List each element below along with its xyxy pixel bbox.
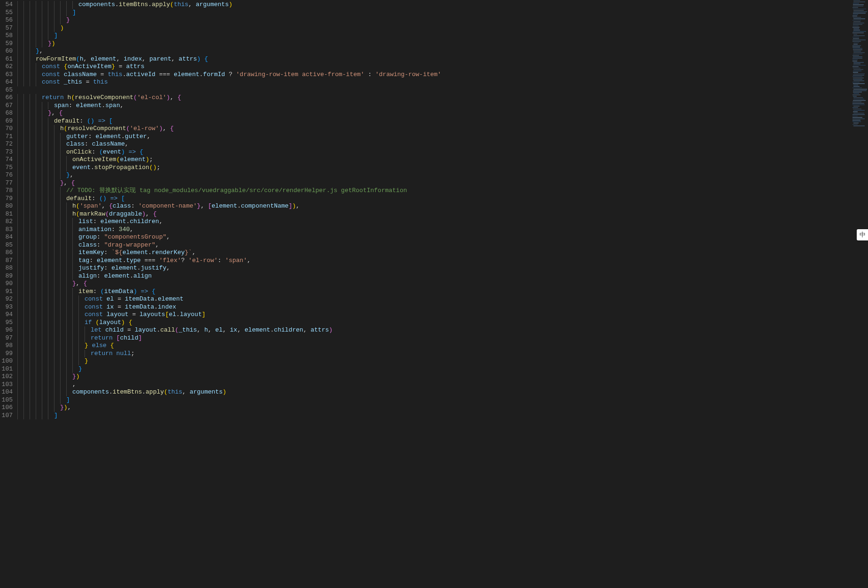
code-line[interactable]: }) bbox=[16, 373, 852, 381]
code-line[interactable]: ] bbox=[16, 9, 852, 17]
code-line[interactable]: } bbox=[16, 357, 852, 365]
code-line[interactable]: let child = layout.call(_this, h, el, ix… bbox=[16, 326, 852, 334]
line-number: 98 bbox=[0, 342, 13, 350]
code-line[interactable]: gutter: element.gutter, bbox=[16, 133, 852, 141]
code-line[interactable]: ] bbox=[16, 412, 852, 420]
line-number: 79 bbox=[0, 195, 13, 203]
line-number: 102 bbox=[0, 373, 13, 381]
line-number: 54 bbox=[0, 1, 13, 9]
code-line[interactable] bbox=[16, 86, 852, 94]
code-line[interactable]: components.itemBtns.apply(this, argument… bbox=[16, 388, 852, 396]
line-number: 60 bbox=[0, 47, 13, 55]
line-number: 106 bbox=[0, 404, 13, 412]
line-number: 74 bbox=[0, 156, 13, 164]
code-line[interactable]: default: () => [ bbox=[16, 117, 852, 125]
code-line[interactable]: justify: element.justify, bbox=[16, 264, 852, 272]
line-number: 55 bbox=[0, 9, 13, 17]
code-line[interactable]: components.itemBtns.apply(this, argument… bbox=[16, 1, 852, 9]
code-line[interactable]: }) bbox=[16, 40, 852, 48]
editor-container: 5455565758596061626364656667686970717273… bbox=[0, 0, 868, 588]
line-number: 94 bbox=[0, 311, 13, 319]
line-number: 103 bbox=[0, 381, 13, 389]
code-line[interactable]: ) bbox=[16, 24, 852, 32]
line-number: 85 bbox=[0, 241, 13, 249]
code-line[interactable]: ] bbox=[16, 396, 852, 404]
line-number-gutter: 5455565758596061626364656667686970717273… bbox=[0, 0, 16, 588]
line-number: 70 bbox=[0, 125, 13, 133]
code-line[interactable]: }), bbox=[16, 404, 852, 412]
line-number: 68 bbox=[0, 109, 13, 117]
code-line[interactable]: rowFormItem(h, element, index, parent, a… bbox=[16, 55, 852, 63]
ime-badge[interactable]: 中 bbox=[857, 229, 868, 240]
line-number: 64 bbox=[0, 78, 13, 86]
code-line[interactable]: const {onActiveItem} = attrs bbox=[16, 63, 852, 71]
line-number: 81 bbox=[0, 210, 13, 218]
code-line[interactable]: event.stopPropagation(); bbox=[16, 164, 852, 172]
code-line[interactable]: item: (itemData) => { bbox=[16, 288, 852, 296]
code-line[interactable]: if (layout) { bbox=[16, 319, 852, 327]
code-line[interactable]: h('span', {class: 'component-name'}, [el… bbox=[16, 202, 852, 210]
code-line[interactable]: }, { bbox=[16, 109, 852, 117]
line-number: 83 bbox=[0, 226, 13, 234]
code-line[interactable]: }, { bbox=[16, 280, 852, 288]
line-number: 92 bbox=[0, 295, 13, 303]
code-line[interactable]: } bbox=[16, 16, 852, 24]
code-line[interactable]: align: element.align bbox=[16, 272, 852, 280]
code-line[interactable]: const _this = this bbox=[16, 78, 852, 86]
line-number: 99 bbox=[0, 350, 13, 358]
line-number: 101 bbox=[0, 365, 13, 373]
line-number: 97 bbox=[0, 334, 13, 342]
code-line[interactable]: const ix = itemData.index bbox=[16, 303, 852, 311]
code-line[interactable]: } else { bbox=[16, 342, 852, 350]
line-number: 107 bbox=[0, 412, 13, 420]
line-number: 75 bbox=[0, 164, 13, 172]
code-line[interactable]: ] bbox=[16, 32, 852, 40]
code-line[interactable]: // TODO: 替换默认实现 tag node_modules/vuedrag… bbox=[16, 187, 852, 195]
line-number: 95 bbox=[0, 319, 13, 327]
line-number: 57 bbox=[0, 24, 13, 32]
line-number: 93 bbox=[0, 303, 13, 311]
code-line[interactable]: onActiveItem(element); bbox=[16, 156, 852, 164]
code-line[interactable]: h(resolveComponent('el-row'), { bbox=[16, 125, 852, 133]
line-number: 91 bbox=[0, 288, 13, 296]
code-line[interactable]: span: element.span, bbox=[16, 102, 852, 110]
minimap[interactable] bbox=[852, 0, 868, 588]
line-number: 80 bbox=[0, 202, 13, 210]
code-line[interactable]: default: () => [ bbox=[16, 195, 852, 203]
code-editor-area[interactable]: components.itemBtns.apply(this, argument… bbox=[16, 0, 852, 588]
code-line[interactable]: tag: element.type === 'flex'? 'el-row': … bbox=[16, 257, 852, 265]
line-number: 105 bbox=[0, 396, 13, 404]
line-number: 62 bbox=[0, 63, 13, 71]
code-line[interactable]: group: "componentsGroup", bbox=[16, 233, 852, 241]
line-number: 71 bbox=[0, 133, 13, 141]
code-line[interactable]: const el = itemData.element bbox=[16, 295, 852, 303]
line-number: 56 bbox=[0, 16, 13, 24]
line-number: 69 bbox=[0, 117, 13, 125]
code-line[interactable]: const layout = layouts[el.layout] bbox=[16, 311, 852, 319]
line-number: 89 bbox=[0, 272, 13, 280]
code-line[interactable]: class: className, bbox=[16, 140, 852, 148]
line-number: 63 bbox=[0, 71, 13, 79]
code-line[interactable]: h(markRaw(draggable), { bbox=[16, 210, 852, 218]
line-number: 90 bbox=[0, 280, 13, 288]
code-line[interactable]: animation: 340, bbox=[16, 226, 852, 234]
code-line[interactable]: itemKey: `${element.renderKey}`, bbox=[16, 249, 852, 257]
code-line[interactable]: return h(resolveComponent('el-col'), { bbox=[16, 94, 852, 102]
line-number: 65 bbox=[0, 86, 13, 94]
code-line[interactable]: list: element.children, bbox=[16, 218, 852, 226]
code-line[interactable]: class: "drag-wrapper", bbox=[16, 241, 852, 249]
code-line[interactable]: } bbox=[16, 365, 852, 373]
line-number: 66 bbox=[0, 94, 13, 102]
code-line[interactable]: onClick: (event) => { bbox=[16, 148, 852, 156]
code-line[interactable]: }, bbox=[16, 47, 852, 55]
line-number: 77 bbox=[0, 179, 13, 187]
code-line[interactable]: }, { bbox=[16, 179, 852, 187]
code-line[interactable]: const className = this.activeId === elem… bbox=[16, 71, 852, 79]
code-line[interactable]: , bbox=[16, 381, 852, 389]
line-number: 86 bbox=[0, 249, 13, 257]
code-line[interactable]: }, bbox=[16, 171, 852, 179]
minimap-content bbox=[852, 0, 867, 127]
code-line[interactable]: return null; bbox=[16, 350, 852, 358]
code-line[interactable]: return [child] bbox=[16, 334, 852, 342]
line-number: 72 bbox=[0, 140, 13, 148]
